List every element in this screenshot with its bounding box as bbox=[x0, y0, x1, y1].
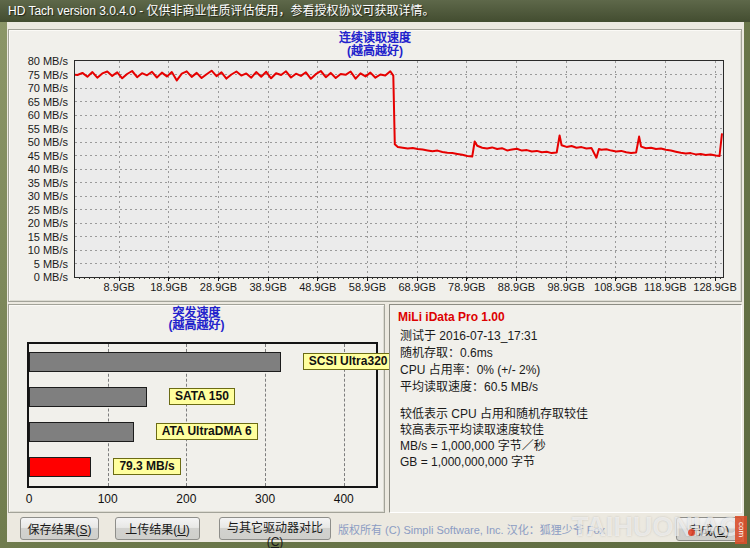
bar-label: ATA UltraDMA 6 bbox=[156, 423, 258, 440]
x-tick-label: 118.9GB bbox=[644, 281, 687, 293]
burst-speed-chart: SCSI Ultra320SATA 150ATA UltraDMA 679.3 … bbox=[27, 342, 378, 488]
bar-label: 79.3 MB/s bbox=[113, 458, 180, 475]
bar-label: SATA 150 bbox=[169, 388, 235, 405]
y-tick-label: 45 MB/s bbox=[28, 150, 68, 162]
x-tick-label: 0 bbox=[26, 492, 33, 506]
sequential-read-title: 连续读取速度 bbox=[8, 32, 742, 44]
note-gb-definition: GB = 1,000,000,000 字节 bbox=[400, 452, 535, 469]
titlebar[interactable]: HD Tach version 3.0.4.0 - 仅供非商业性质评估使用，参看… bbox=[0, 0, 750, 22]
bar-label: SCSI Ultra320 bbox=[303, 353, 394, 370]
y-tick-label: 50 MB/s bbox=[28, 136, 68, 148]
read-speed-y-axis: 0 MB/s5 MB/s10 MB/s15 MB/s20 MB/s25 MB/s… bbox=[2, 61, 70, 277]
y-tick-label: 65 MB/s bbox=[28, 96, 68, 108]
y-tick-label: 80 MB/s bbox=[28, 55, 68, 67]
x-tick-label: 128.9GB bbox=[693, 281, 736, 293]
x-tick-label: 108.9GB bbox=[594, 281, 637, 293]
random-access: 随机存取：0.6ms bbox=[400, 343, 493, 360]
cpu-utilization: CPU 占用率：0% (+/- 2%) bbox=[400, 360, 540, 377]
x-tick-label: 78.9GB bbox=[448, 281, 485, 293]
reference-bar bbox=[29, 352, 281, 372]
hd-tach-window: HD Tach version 3.0.4.0 - 仅供非商业性质评估使用，参看… bbox=[0, 0, 750, 548]
burst-speed-x-axis: 0100200300400 bbox=[27, 492, 387, 506]
x-tick-label: 38.9GB bbox=[250, 281, 287, 293]
x-tick-label: 18.9GB bbox=[150, 281, 187, 293]
y-tick-label: 35 MB/s bbox=[28, 177, 68, 189]
done-button[interactable]: 完成(D) bbox=[676, 517, 742, 541]
window-title: HD Tach version 3.0.4.0 - 仅供非商业性质评估使用，参看… bbox=[8, 4, 435, 18]
x-tick-label: 400 bbox=[334, 492, 354, 506]
x-tick-label: 58.9GB bbox=[349, 281, 386, 293]
x-tick-label: 200 bbox=[176, 492, 196, 506]
drive-name: MiLi iData Pro 1.00 bbox=[398, 310, 505, 324]
note-lower-better: 较低表示 CPU 占用和随机存取较佳 bbox=[400, 404, 588, 421]
sequential-read-subtitle: (越高越好) bbox=[8, 45, 742, 57]
x-tick-label: 28.9GB bbox=[200, 281, 237, 293]
x-tick-label: 100 bbox=[98, 492, 118, 506]
reference-bar bbox=[29, 422, 134, 442]
upload-results-button[interactable]: 上传结果(U) bbox=[115, 517, 200, 540]
note-mbs-definition: MB/s = 1,000,000 字节／秒 bbox=[400, 436, 546, 453]
reference-bar bbox=[29, 387, 147, 407]
y-tick-label: 20 MB/s bbox=[28, 217, 68, 229]
compare-drives-button[interactable]: 与其它驱动器对比(C) bbox=[219, 517, 331, 540]
average-read: 平均读取速度：60.5 MB/s bbox=[400, 377, 538, 394]
x-tick-label: 48.9GB bbox=[299, 281, 336, 293]
note-higher-better: 较高表示平均读取速度较佳 bbox=[400, 420, 544, 437]
x-tick-label: 68.9GB bbox=[398, 281, 435, 293]
x-tick-label: 88.9GB bbox=[498, 281, 535, 293]
y-tick-label: 25 MB/s bbox=[28, 204, 68, 216]
y-tick-label: 40 MB/s bbox=[28, 163, 68, 175]
y-tick-label: 10 MB/s bbox=[28, 244, 68, 256]
read-speed-x-axis: 8.9GB18.9GB28.9GB38.9GB48.9GB58.9GB68.9G… bbox=[74, 281, 724, 295]
y-tick-label: 75 MB/s bbox=[28, 69, 68, 81]
y-tick-label: 30 MB/s bbox=[28, 190, 68, 202]
y-tick-label: 15 MB/s bbox=[28, 231, 68, 243]
x-tick-label: 300 bbox=[255, 492, 275, 506]
y-tick-label: 60 MB/s bbox=[28, 109, 68, 121]
x-tick-label: 98.9GB bbox=[547, 281, 584, 293]
results-panel: MiLi iData Pro 1.00 测试于 2016-07-13_17:31… bbox=[389, 304, 742, 513]
y-tick-label: 70 MB/s bbox=[28, 82, 68, 94]
y-tick-label: 0 MB/s bbox=[34, 271, 68, 283]
y-tick-label: 5 MB/s bbox=[34, 258, 68, 270]
y-tick-label: 55 MB/s bbox=[28, 123, 68, 135]
burst-speed-subtitle: (越高越好) bbox=[8, 319, 385, 331]
test-timestamp: 测试于 2016-07-13_17:31 bbox=[400, 326, 537, 343]
sequential-read-chart bbox=[74, 60, 724, 278]
measured-burst-bar bbox=[29, 457, 91, 477]
copyright-text: 版权所有 (C) Simpli Software, Inc. 汉化：狐狸少爷 F… bbox=[338, 521, 673, 537]
save-results-button[interactable]: 保存结果(S) bbox=[20, 517, 99, 540]
x-tick-label: 8.9GB bbox=[104, 281, 135, 293]
